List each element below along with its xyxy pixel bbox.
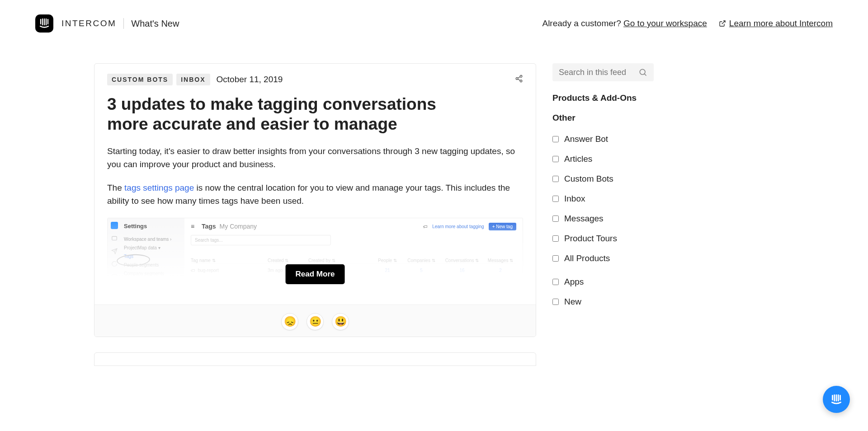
post-date: October 11, 2019: [217, 75, 283, 84]
post-title: 3 updates to make tagging conversations …: [107, 94, 460, 135]
post-card: CUSTOM BOTS INBOX October 11, 2019 3 upd…: [94, 63, 536, 337]
share-icon: [515, 75, 523, 83]
search-icon: [638, 68, 647, 77]
filter-all-products[interactable]: All Products: [552, 248, 654, 268]
svg-line-10: [518, 79, 520, 80]
svg-point-8: [520, 80, 522, 82]
feed-search[interactable]: [552, 63, 654, 81]
filter-messages[interactable]: Messages: [552, 209, 654, 229]
section-title: What's New: [131, 19, 179, 29]
svg-rect-11: [112, 236, 117, 240]
sidebar: Products & Add-Ons Other Answer Bot Arti…: [552, 63, 654, 312]
filter-apps[interactable]: Apps: [552, 272, 654, 292]
sidebar-heading-products: Products & Add-Ons: [552, 93, 654, 103]
reaction-row: 😞 😐 😃: [94, 305, 536, 337]
svg-line-5: [722, 21, 725, 24]
filter-new[interactable]: New: [552, 292, 654, 312]
tag-inbox[interactable]: INBOX: [176, 74, 210, 85]
intercom-wordmark: INTERCOM: [61, 19, 116, 28]
reaction-neutral[interactable]: 😐: [307, 313, 324, 330]
filter-custom-bots[interactable]: Custom Bots: [552, 169, 654, 189]
svg-line-9: [518, 77, 520, 78]
filter-product-tours[interactable]: Product Tours: [552, 229, 654, 248]
filter-articles[interactable]: Articles: [552, 149, 654, 169]
intercom-logo-icon[interactable]: [35, 14, 53, 33]
reaction-sad[interactable]: 😞: [281, 313, 298, 330]
svg-point-13: [640, 69, 645, 75]
header-divider: [123, 18, 124, 29]
next-post-card: [94, 352, 536, 366]
search-input[interactable]: [559, 68, 636, 77]
tags-settings-link[interactable]: tags settings page: [124, 183, 194, 192]
workspace-link[interactable]: Go to your workspace: [623, 19, 707, 28]
svg-point-6: [520, 75, 522, 78]
sidebar-heading-other: Other: [552, 113, 654, 123]
read-more-button[interactable]: Read More: [286, 264, 345, 284]
tag-custom-bots[interactable]: CUSTOM BOTS: [107, 74, 173, 85]
svg-rect-12: [112, 274, 116, 278]
customer-prompt: Already a customer? Go to your workspace: [542, 19, 707, 28]
svg-line-14: [644, 74, 646, 75]
reaction-happy[interactable]: 😃: [332, 313, 349, 330]
external-link-icon: [719, 20, 726, 27]
filter-answer-bot[interactable]: Answer Bot: [552, 129, 654, 149]
share-button[interactable]: [515, 75, 523, 84]
svg-point-7: [516, 78, 518, 80]
learn-more-link[interactable]: Learn more about Intercom: [719, 19, 833, 28]
post-body: Starting today, it's easier to draw bett…: [107, 145, 523, 208]
screenshot-image: Settings Workspace and teams › ProjectMa…: [107, 218, 523, 305]
site-header: INTERCOM What's New Already a customer? …: [0, 0, 868, 47]
filter-inbox[interactable]: Inbox: [552, 189, 654, 209]
